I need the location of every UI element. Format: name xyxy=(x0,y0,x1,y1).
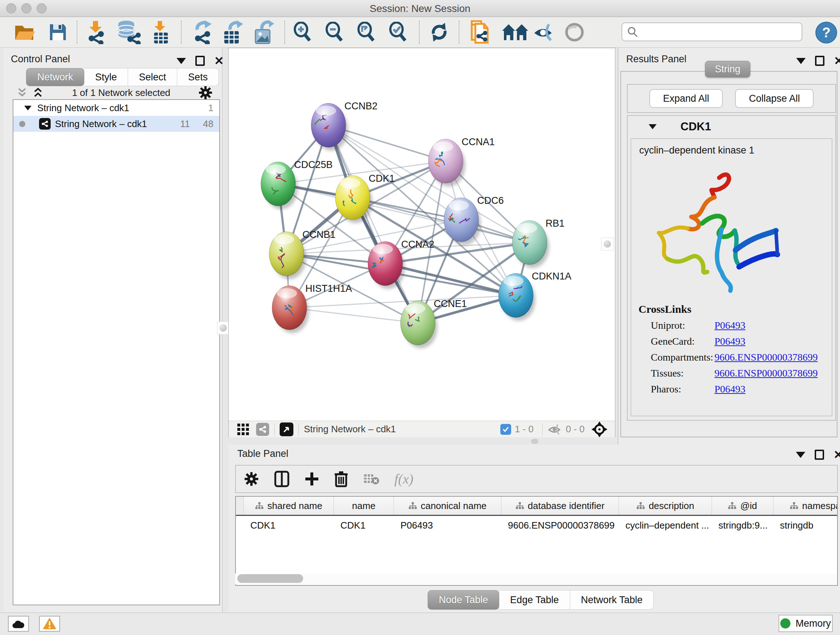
network-node-RB1[interactable]: RB1 xyxy=(512,218,565,268)
vertical-splitter-handle-right[interactable] xyxy=(601,238,614,250)
network-node-CDC25B[interactable]: CDC25B xyxy=(261,159,333,209)
cloud-button[interactable] xyxy=(8,616,29,632)
panel-float-icon[interactable] xyxy=(815,450,824,460)
panel-float-icon[interactable] xyxy=(195,56,205,66)
table-cell[interactable]: stringdb:9... xyxy=(712,520,774,531)
section-collapse-icon[interactable] xyxy=(648,123,657,131)
zoom-fit-icon[interactable] xyxy=(354,20,378,44)
table-cell[interactable]: CDK1 xyxy=(244,520,334,531)
crosslink-link[interactable]: P06493 xyxy=(714,336,745,347)
network-graph-canvas[interactable]: CCNB2CCNA1CDC25BCDK1CDC6RB1CCNB1CCNA2CDK… xyxy=(229,48,615,420)
refresh-icon[interactable] xyxy=(427,20,452,44)
network-node-CDKN1A[interactable]: CDKN1A xyxy=(499,271,572,321)
panel-menu-icon[interactable] xyxy=(177,58,186,64)
network-view-mode-icon[interactable] xyxy=(256,423,269,436)
search-field[interactable] xyxy=(622,22,802,41)
crosslink-link[interactable]: P06493 xyxy=(714,320,745,331)
collapse-all-icon[interactable] xyxy=(16,88,28,98)
table-cell[interactable]: CDK1 xyxy=(334,520,394,531)
network-import-icon[interactable] xyxy=(83,20,108,44)
warning-button[interactable] xyxy=(39,616,60,632)
gear-icon[interactable] xyxy=(198,86,213,100)
selected-checkbox-icon[interactable] xyxy=(500,424,511,435)
crosslink-link[interactable]: 9606.ENSP00000378699 xyxy=(714,367,818,379)
hidden-eye-icon[interactable] xyxy=(548,423,562,435)
table-gear-icon[interactable] xyxy=(244,471,259,486)
table-import-icon[interactable] xyxy=(148,20,172,44)
table-cell[interactable]: stringdb xyxy=(774,520,838,531)
panel-menu-icon[interactable] xyxy=(796,58,806,64)
panel-menu-icon[interactable] xyxy=(796,452,805,458)
show-columns-icon[interactable] xyxy=(274,470,289,487)
expand-all-button[interactable]: Expand All xyxy=(649,89,723,108)
control-tab-select[interactable]: Select xyxy=(128,68,177,86)
network-node-CCNB1[interactable]: CCNB1 xyxy=(269,229,336,279)
column-header-sharedname[interactable]: shared name xyxy=(244,497,334,515)
collapse-all-button[interactable]: Collapse All xyxy=(735,89,813,108)
zoom-out-icon[interactable] xyxy=(322,20,347,44)
table-cell[interactable]: cyclin–dependent ... xyxy=(619,520,712,531)
crosshair-icon[interactable] xyxy=(591,421,608,438)
results-actions-box: Expand All Collapse All xyxy=(627,84,836,113)
document-network-icon[interactable] xyxy=(468,20,493,44)
expand-all-icon[interactable] xyxy=(32,88,44,98)
scrollbar-thumb[interactable] xyxy=(237,574,303,583)
image-export-icon[interactable] xyxy=(251,20,276,44)
memory-button[interactable]: Memory xyxy=(778,615,833,632)
column-header-id[interactable]: @id xyxy=(712,497,774,515)
table-cell[interactable]: 9606.ENSP00000378699 xyxy=(501,520,619,531)
zoom-selected-icon[interactable] xyxy=(386,20,410,44)
network-node-HIST1H1A[interactable]: HIST1H1A xyxy=(272,283,352,333)
network-export-icon[interactable] xyxy=(189,20,214,44)
save-icon[interactable] xyxy=(46,20,70,44)
node-table[interactable]: shared namenamecanonical namedatabase id… xyxy=(235,496,838,586)
table-horizontal-scrollbar[interactable] xyxy=(235,573,836,584)
search-input[interactable] xyxy=(642,26,802,38)
table-row[interactable]: CDK1CDK1P064939606.ENSP00000378699cyclin… xyxy=(236,516,837,535)
add-column-icon[interactable] xyxy=(305,472,319,486)
control-tab-sets[interactable]: Sets xyxy=(177,68,219,86)
help-button[interactable]: ? xyxy=(815,22,837,43)
table-tab-network-table[interactable]: Network Table xyxy=(570,590,654,610)
control-tab-style[interactable]: Style xyxy=(84,68,128,86)
network-collection-row[interactable]: String Network – cdk1 1 xyxy=(13,100,219,116)
network-row-selected[interactable]: String Network – cdk1 11 48 xyxy=(13,116,219,132)
network-node-CDK1[interactable]: CDK1 xyxy=(335,173,395,223)
panel-float-icon[interactable] xyxy=(815,56,824,66)
results-tab-string[interactable]: String xyxy=(705,61,750,78)
database-import-icon[interactable] xyxy=(115,20,144,44)
control-tab-network[interactable]: Network xyxy=(26,68,84,86)
eye-slash-icon[interactable] xyxy=(532,20,556,44)
column-header-databaseidentifier[interactable]: database identifier xyxy=(501,497,619,515)
grid-view-icon[interactable] xyxy=(237,423,249,436)
gene-section-header[interactable]: CDK1 xyxy=(628,116,835,138)
horizontal-splitter-handle[interactable] xyxy=(531,439,538,444)
network-node-CDC6[interactable]: CDC6 xyxy=(444,195,504,245)
eye-icon[interactable] xyxy=(562,20,587,44)
mapped-column-icon xyxy=(636,502,645,510)
table-tab-edge-table[interactable]: Edge Table xyxy=(499,590,570,610)
network-node-CCNB2[interactable]: CCNB2 xyxy=(311,101,378,150)
column-header-name[interactable]: name xyxy=(334,497,394,515)
main-toolbar: ? xyxy=(0,17,840,48)
panel-close-icon[interactable]: ✕ xyxy=(834,451,840,458)
table-export-icon[interactable] xyxy=(220,20,245,44)
column-header-canonicalname[interactable]: canonical name xyxy=(394,497,501,515)
zoom-in-icon[interactable] xyxy=(290,20,315,44)
panel-close-icon[interactable]: ✕ xyxy=(834,57,840,65)
table-tab-node-table[interactable]: Node Table xyxy=(428,590,499,610)
vertical-splitter-handle-left[interactable] xyxy=(217,321,229,334)
network-node-CCNA1[interactable]: CCNA1 xyxy=(428,136,495,187)
table-cell[interactable]: P06493 xyxy=(394,520,501,531)
crosslink-link[interactable]: P06493 xyxy=(714,383,745,395)
network-node-CCNE1[interactable]: CCNE1 xyxy=(401,298,467,348)
column-header-namespace[interactable]: namespace xyxy=(774,497,838,515)
tree-expand-icon[interactable] xyxy=(24,104,32,111)
open-folder-icon[interactable] xyxy=(12,20,37,44)
column-header-description[interactable]: description xyxy=(619,497,712,515)
houses-icon[interactable] xyxy=(501,20,530,44)
delete-column-icon[interactable] xyxy=(334,470,348,487)
panel-close-icon[interactable]: ✕ xyxy=(214,57,224,65)
birdseye-toggle-icon[interactable] xyxy=(279,423,294,436)
crosslink-link[interactable]: 9606.ENSP00000378699 xyxy=(714,352,818,363)
